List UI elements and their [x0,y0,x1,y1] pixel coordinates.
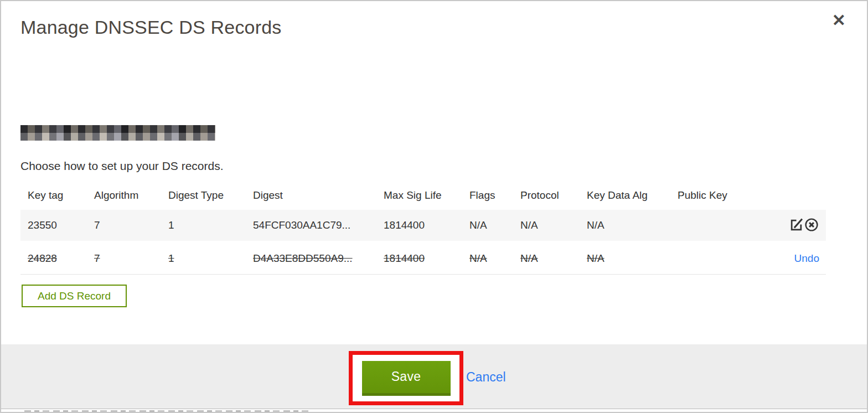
cell-algorithm: 7 [94,208,168,241]
cell-public-key [678,241,777,275]
cell-public-key [678,208,777,241]
col-header-actions [777,183,826,208]
modal-footer: Save Cancel [1,344,867,409]
add-ds-record-button[interactable]: Add DS Record [22,285,127,307]
delete-record-button[interactable] [804,218,819,234]
cell-protocol: N/A [520,208,587,241]
cell-algorithm: 7 [94,241,168,275]
ds-records-table: Key tag Algorithm Digest Type Digest Max… [20,183,826,275]
cell-digest-type: 1 [168,241,253,275]
col-header-digest-type: Digest Type [168,183,253,208]
instruction-text: Choose how to set up your DS records. [20,159,224,173]
page-title: Manage DNSSEC DS Records [20,17,282,38]
table-header-row: Key tag Algorithm Digest Type Digest Max… [20,183,826,208]
cell-key-tag: 23550 [20,208,94,241]
redacted-domain-name [20,125,215,141]
cell-key-data-alg: N/A [587,241,678,275]
close-icon[interactable]: ✕ [830,10,848,31]
undo-link[interactable]: Undo [794,252,819,264]
delete-icon [804,218,819,234]
col-header-algorithm: Algorithm [94,183,168,208]
annotation-highlight-box: Save [349,351,463,405]
cell-max-sig-life: 1814400 [384,241,469,275]
col-header-key-tag: Key tag [20,183,94,208]
edit-record-button[interactable] [789,218,804,233]
edit-icon [789,218,803,233]
cell-key-tag: 24828 [20,241,94,275]
row-actions: Undo [777,241,826,275]
col-header-public-key: Public Key [678,183,777,208]
cell-protocol: N/A [520,241,587,275]
cell-max-sig-life: 1814400 [384,208,469,241]
clipped-background-text [24,410,312,412]
table-row: 23550 7 1 54FCF030AA1C79... 1814400 N/A … [20,208,826,241]
cell-digest: 54FCF030AA1C79... [253,208,384,241]
cancel-link[interactable]: Cancel [466,370,506,385]
cell-digest-type: 1 [168,208,253,241]
cell-digest: D4A33E8DD550A9... [253,241,384,275]
col-header-max-sig-life: Max Sig Life [384,183,469,208]
save-button[interactable]: Save [362,361,451,396]
col-header-protocol: Protocol [520,183,587,208]
row-actions [777,208,826,241]
col-header-digest: Digest [253,183,384,208]
table-row-marked-for-deletion: 24828 7 1 D4A33E8DD550A9... 1814400 N/A … [20,241,826,275]
cell-key-data-alg: N/A [587,208,678,241]
col-header-key-data-alg: Key Data Alg [587,183,678,208]
col-header-flags: Flags [469,183,520,208]
cell-flags: N/A [469,208,520,241]
cell-flags: N/A [469,241,520,275]
dnssec-modal: Manage DNSSEC DS Records ✕ Choose how to… [0,0,868,413]
